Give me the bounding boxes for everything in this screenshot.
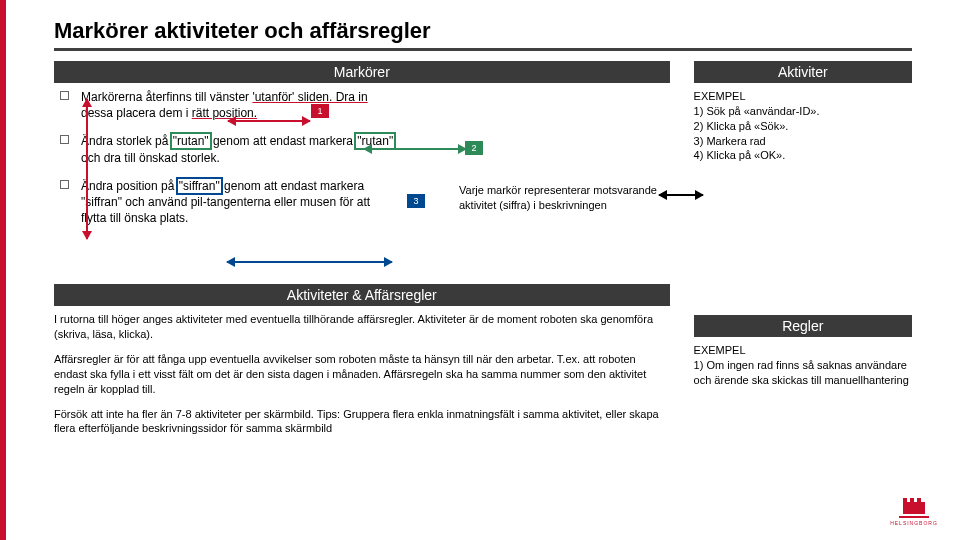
marker-2: 2 bbox=[465, 141, 483, 155]
page-title: Markörer aktiviteter och affärsregler bbox=[54, 18, 912, 44]
title-underline bbox=[54, 48, 912, 51]
para-3: Försök att inte ha fler än 7-8 aktivitet… bbox=[54, 407, 670, 437]
bar-activities: Aktiviteter & Affärsregler bbox=[54, 284, 670, 306]
para-2: Affärsregler är för att fånga upp eventu… bbox=[54, 352, 670, 397]
arrow-red-v bbox=[86, 99, 88, 239]
side-note: Varje markör representerar motsvarande a… bbox=[459, 183, 659, 213]
checkbox-icon bbox=[60, 180, 69, 189]
arrow-blue-h bbox=[227, 261, 392, 263]
arrow-black-h bbox=[659, 194, 703, 196]
checkbox-icon bbox=[60, 91, 69, 100]
para-1: I rutorna till höger anges aktiviteter m… bbox=[54, 312, 670, 342]
bullet-1: Markörerna återfinns till vänster 'utanf… bbox=[60, 89, 670, 121]
arrow-red-h bbox=[228, 120, 310, 122]
bar-rules: Regler bbox=[694, 315, 912, 337]
bar-markers: Markörer bbox=[54, 61, 670, 83]
helsingborg-logo: HELSINGBORG bbox=[896, 502, 932, 526]
marker-1: 1 bbox=[311, 104, 329, 118]
marker-3: 3 bbox=[407, 194, 425, 208]
arrow-green-h bbox=[364, 148, 466, 150]
castle-icon bbox=[903, 502, 925, 514]
example-activities: EXEMPEL 1) Sök på «användar-ID». 2) Klic… bbox=[694, 89, 912, 264]
left-red-stripe bbox=[0, 0, 6, 540]
checkbox-icon bbox=[60, 135, 69, 144]
example-rules: EXEMPEL 1) Om ingen rad finns så saknas … bbox=[694, 343, 912, 388]
bar-activ: Aktiviter bbox=[694, 61, 912, 83]
